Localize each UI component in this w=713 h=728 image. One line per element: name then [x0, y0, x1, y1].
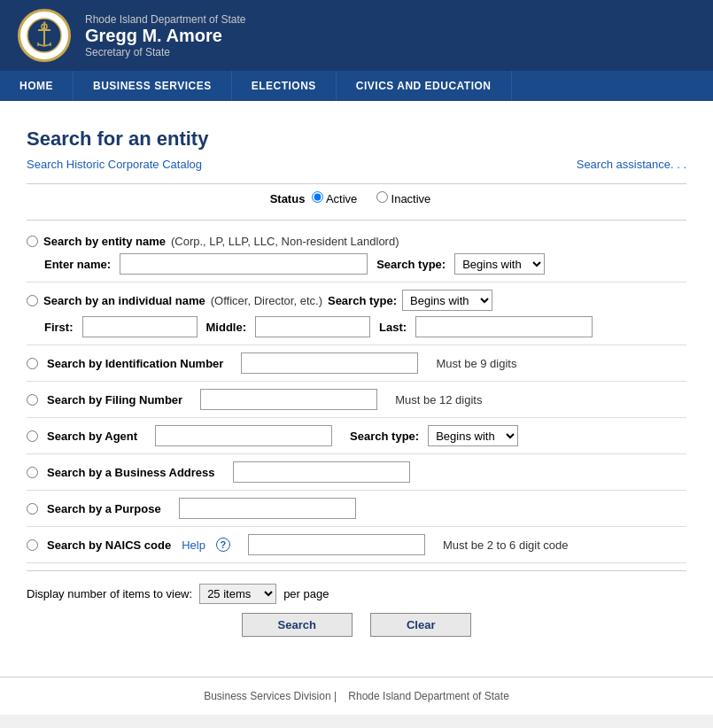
- individual-label-row: Search by an individual name (Officer, D…: [27, 290, 686, 311]
- nav-civics[interactable]: CIVICS AND EDUCATION: [337, 71, 512, 101]
- search-assistance-link[interactable]: Search assistance. . .: [577, 158, 686, 171]
- search-purpose-section: Search by a Purpose: [27, 491, 686, 527]
- id-number-must: Must be 9 digits: [436, 357, 516, 370]
- search-entity-name-section: Search by entity name (Corp., LP, LLP, L…: [27, 228, 686, 283]
- naics-bold: Search by NAICS code: [47, 538, 171, 552]
- address-input[interactable]: [233, 461, 410, 483]
- secretary-name: Gregg M. Amore: [85, 26, 245, 46]
- footer-right: Rhode Island Department of State: [348, 690, 508, 702]
- individual-bold: Search by an individual name: [43, 294, 205, 307]
- naics-input[interactable]: [248, 534, 425, 555]
- last-name-input[interactable]: [415, 316, 593, 337]
- page-title: Search for an entity: [27, 128, 686, 151]
- entity-name-bold: Search by entity name: [43, 235, 166, 248]
- middle-name-input[interactable]: [255, 316, 370, 337]
- entity-name-note: (Corp., LP, LLP, LLC, Non-resident Landl…: [171, 235, 399, 248]
- items-per-page-row: Display number of items to view: 25 item…: [27, 584, 686, 604]
- nav-elections[interactable]: ELECTIONS: [232, 71, 337, 101]
- individual-search-type-label: Search type:: [328, 294, 397, 307]
- agent-bold: Search by Agent: [47, 430, 137, 443]
- search-address-section: Search by a Business Address: [27, 454, 686, 491]
- first-label: First:: [44, 321, 74, 334]
- secretary-title: Secretary of State: [85, 46, 245, 58]
- state-seal: ★: [18, 9, 71, 62]
- agent-search-type-label: Search type:: [350, 430, 419, 443]
- display-label: Display number of items to view:: [27, 587, 192, 600]
- naics-help-link[interactable]: Help: [182, 538, 205, 552]
- id-number-input[interactable]: [241, 352, 418, 374]
- search-button[interactable]: Search: [242, 613, 353, 637]
- address-fields: Search by a Business Address: [27, 461, 686, 483]
- entity-name-search-type-select[interactable]: Begins with Contains Exact match: [454, 253, 545, 275]
- entity-name-input[interactable]: [120, 253, 368, 275]
- agent-search-type-select[interactable]: Begins with Contains Exact match: [428, 425, 518, 446]
- agent-radio[interactable]: [27, 430, 38, 442]
- id-number-bold: Search by Identification Number: [47, 357, 223, 370]
- address-bold: Search by a Business Address: [47, 466, 215, 479]
- status-row: Status Active Inactive: [27, 191, 686, 205]
- filing-number-fields: Search by Filing Number Must be 12 digit…: [27, 389, 686, 410]
- agent-input[interactable]: [155, 425, 332, 446]
- divider-bottom: [27, 570, 686, 571]
- action-buttons-row: Search Clear: [27, 613, 686, 637]
- header-text: Rhode Island Department of State Gregg M…: [85, 13, 245, 58]
- purpose-input[interactable]: [179, 498, 356, 519]
- status-active-label[interactable]: Active: [312, 192, 360, 205]
- status-active-radio[interactable]: [312, 191, 323, 203]
- filing-number-must: Must be 12 digits: [395, 393, 482, 407]
- status-inactive-label[interactable]: Inactive: [376, 192, 430, 205]
- main-content: Search for an entity Search Historic Cor…: [0, 101, 713, 677]
- clear-button[interactable]: Clear: [370, 613, 472, 637]
- dept-name: Rhode Island Department of State: [85, 13, 245, 26]
- footer-left: Business Services Division |: [204, 690, 337, 702]
- status-label: Status: [270, 192, 306, 205]
- nav-business-services[interactable]: BUSINESS SERVICES: [74, 71, 232, 101]
- search-individual-section: Search by an individual name (Officer, D…: [27, 283, 686, 345]
- entity-name-label-row: Search by entity name (Corp., LP, LLP, L…: [27, 235, 686, 248]
- main-nav: HOME BUSINESS SERVICES ELECTIONS CIVICS …: [0, 71, 713, 101]
- last-label: Last:: [379, 321, 407, 334]
- nav-home[interactable]: HOME: [0, 71, 74, 101]
- naics-must: Must be 2 to 6 digit code: [443, 538, 569, 552]
- search-agent-section: Search by Agent Search type: Begins with…: [27, 418, 686, 454]
- per-page-label: per page: [283, 587, 329, 600]
- purpose-bold: Search by a Purpose: [47, 502, 161, 515]
- divider-status: [27, 220, 686, 221]
- individual-name-fields: First: Middle: Last:: [44, 316, 686, 337]
- footer: Business Services Division | Rhode Islan…: [0, 677, 713, 715]
- naics-fields: Search by NAICS code Help ? Must be 2 to…: [27, 534, 686, 555]
- individual-search-type-select[interactable]: Begins with Contains Exact match: [402, 290, 492, 311]
- items-per-page-select[interactable]: 25 items 50 items 100 items: [199, 584, 276, 604]
- entity-name-fields: Enter name: Search type: Begins with Con…: [44, 253, 686, 275]
- purpose-radio[interactable]: [27, 503, 38, 515]
- individual-note: (Officer, Director, etc.): [211, 294, 322, 307]
- individual-radio[interactable]: [27, 295, 38, 306]
- links-row: Search Historic Corporate Catalog Search…: [27, 158, 686, 171]
- filing-number-radio[interactable]: [27, 394, 38, 406]
- search-filing-section: Search by Filing Number Must be 12 digit…: [27, 382, 686, 418]
- middle-label: Middle:: [206, 321, 247, 334]
- purpose-fields: Search by a Purpose: [27, 498, 686, 519]
- address-radio[interactable]: [27, 467, 38, 478]
- search-type-label-entity: Search type:: [376, 258, 446, 271]
- historic-catalog-link[interactable]: Search Historic Corporate Catalog: [27, 158, 202, 171]
- naics-help-icon[interactable]: ?: [216, 538, 230, 552]
- search-id-section: Search by Identification Number Must be …: [27, 345, 686, 382]
- filing-number-bold: Search by Filing Number: [47, 393, 182, 407]
- first-name-input[interactable]: [82, 316, 198, 337]
- agent-fields: Search by Agent Search type: Begins with…: [27, 425, 686, 446]
- enter-name-label: Enter name:: [44, 258, 111, 271]
- id-number-fields: Search by Identification Number Must be …: [27, 352, 686, 374]
- filing-number-input[interactable]: [200, 389, 377, 410]
- divider-top: [27, 183, 686, 184]
- naics-radio[interactable]: [27, 539, 38, 551]
- header: ★ Rhode Island Department of State Gregg…: [0, 0, 713, 71]
- id-number-radio[interactable]: [27, 358, 38, 369]
- status-inactive-radio[interactable]: [376, 191, 388, 203]
- search-naics-section: Search by NAICS code Help ? Must be 2 to…: [27, 527, 686, 563]
- entity-name-radio[interactable]: [27, 236, 38, 247]
